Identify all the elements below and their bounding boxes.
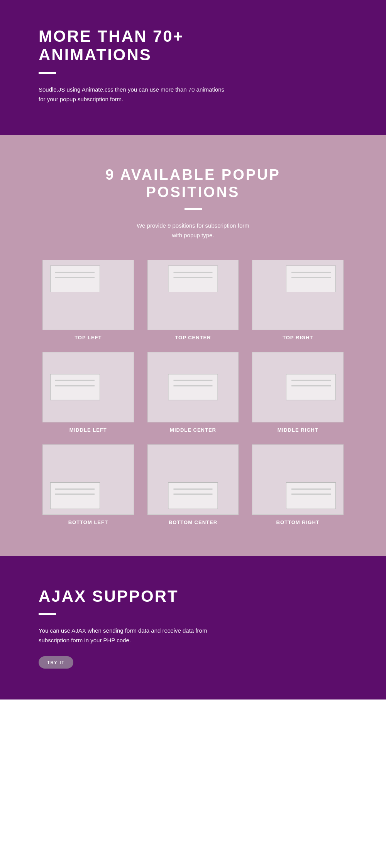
position-item-middle-right: Middle Right — [252, 352, 344, 433]
position-box-middle-center — [147, 352, 239, 422]
form-indicator-middle-center — [168, 374, 218, 400]
form-indicator-bottom-center — [168, 482, 218, 509]
position-label-top-right: Top Right — [283, 335, 313, 340]
positions-section: 9 AVAILABLE POPUP POSITIONS We provide 9… — [0, 135, 386, 556]
position-item-top-right: Top Right — [252, 260, 344, 340]
position-item-top-left: Top Left — [42, 260, 134, 340]
ajax-title: AJAX SUPPORT — [39, 587, 347, 606]
position-item-bottom-right: Bottom Right — [252, 444, 344, 525]
form-indicator-top-center — [168, 266, 218, 292]
position-label-top-left: Top Left — [74, 335, 102, 340]
form-indicator-top-right — [286, 266, 336, 292]
positions-title: 9 AVAILABLE POPUP POSITIONS — [23, 166, 363, 201]
position-item-middle-center: Middle Center — [147, 352, 239, 433]
positions-divider — [185, 208, 202, 210]
position-box-bottom-right — [252, 444, 344, 515]
position-box-middle-left — [42, 352, 134, 422]
form-indicator-bottom-left — [50, 482, 100, 509]
position-box-top-right — [252, 260, 344, 330]
position-box-bottom-left — [42, 444, 134, 515]
position-box-bottom-center — [147, 444, 239, 515]
animations-title: MORE THAN 70+ ANIMATIONS — [39, 27, 347, 65]
position-label-bottom-left: Bottom Left — [68, 519, 108, 525]
form-indicator-middle-right — [286, 374, 336, 400]
position-item-top-center: Top Center — [147, 260, 239, 340]
ajax-section: AJAX SUPPORT You can use AJAX when sendi… — [0, 556, 386, 700]
position-box-top-left — [42, 260, 134, 330]
positions-subtitle: We provide 9 positions for subscription … — [23, 221, 363, 240]
form-indicator-middle-left — [50, 374, 100, 400]
position-label-bottom-right: Bottom Right — [276, 519, 320, 525]
animations-description: Soudle.JS using Animate.css then you can… — [39, 85, 232, 104]
position-item-bottom-left: Bottom Left — [42, 444, 134, 525]
position-label-middle-left: Middle Left — [69, 427, 107, 433]
position-box-middle-right — [252, 352, 344, 422]
animations-section: MORE THAN 70+ ANIMATIONS Soudle.JS using… — [0, 0, 386, 135]
form-indicator-top-left — [50, 266, 100, 292]
position-item-middle-left: Middle Left — [42, 352, 134, 433]
ajax-divider — [39, 613, 56, 615]
positions-grid: Top Left Top Center Top Right Middle Lef… — [42, 260, 344, 525]
animations-divider — [39, 72, 56, 74]
ajax-description: You can use AJAX when sending form data … — [39, 626, 232, 645]
position-label-middle-center: Middle Center — [170, 427, 216, 433]
position-box-top-center — [147, 260, 239, 330]
position-item-bottom-center: Bottom Center — [147, 444, 239, 525]
position-label-top-center: Top Center — [175, 335, 211, 340]
position-label-bottom-center: Bottom Center — [169, 519, 217, 525]
form-indicator-bottom-right — [286, 482, 336, 509]
position-label-middle-right: Middle Right — [278, 427, 318, 433]
try-it-button[interactable]: TRY IT — [39, 656, 73, 669]
